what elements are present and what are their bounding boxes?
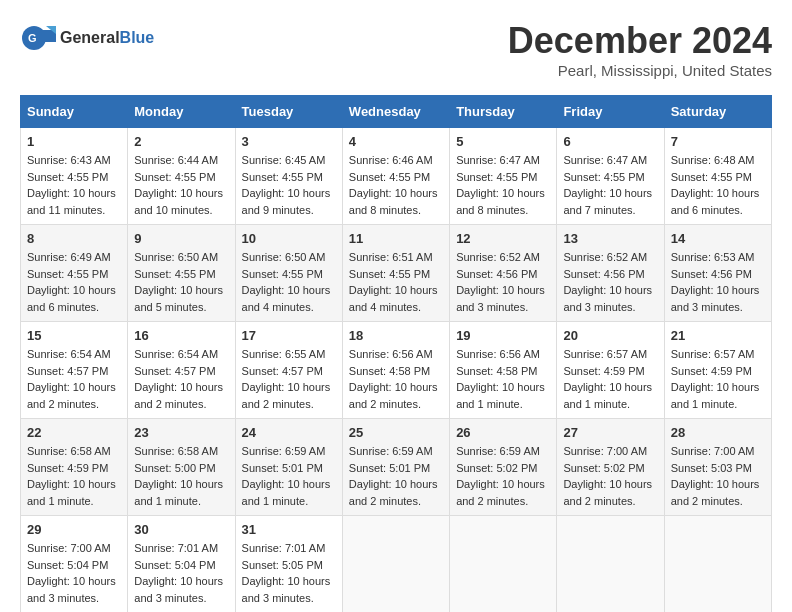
table-row: 29 Sunrise: 7:00 AM Sunset: 5:04 PM Dayl…	[21, 516, 128, 613]
day-number: 17	[242, 328, 336, 343]
day-number: 4	[349, 134, 443, 149]
day-number: 6	[563, 134, 657, 149]
table-row	[557, 516, 664, 613]
cell-content: Sunrise: 6:51 AM Sunset: 4:55 PM Dayligh…	[349, 249, 443, 315]
day-number: 21	[671, 328, 765, 343]
svg-text:G: G	[28, 32, 37, 44]
table-row: 12 Sunrise: 6:52 AM Sunset: 4:56 PM Dayl…	[450, 225, 557, 322]
day-number: 2	[134, 134, 228, 149]
cell-content: Sunrise: 6:45 AM Sunset: 4:55 PM Dayligh…	[242, 152, 336, 218]
month-title: December 2024	[508, 20, 772, 62]
cell-content: Sunrise: 6:50 AM Sunset: 4:55 PM Dayligh…	[242, 249, 336, 315]
cell-content: Sunrise: 6:54 AM Sunset: 4:57 PM Dayligh…	[27, 346, 121, 412]
cell-content: Sunrise: 6:47 AM Sunset: 4:55 PM Dayligh…	[563, 152, 657, 218]
logo-blue: Blue	[120, 29, 155, 46]
table-row: 27 Sunrise: 7:00 AM Sunset: 5:02 PM Dayl…	[557, 419, 664, 516]
day-number: 7	[671, 134, 765, 149]
cell-content: Sunrise: 6:46 AM Sunset: 4:55 PM Dayligh…	[349, 152, 443, 218]
cell-content: Sunrise: 6:55 AM Sunset: 4:57 PM Dayligh…	[242, 346, 336, 412]
day-number: 5	[456, 134, 550, 149]
table-row: 14 Sunrise: 6:53 AM Sunset: 4:56 PM Dayl…	[664, 225, 771, 322]
cell-content: Sunrise: 6:54 AM Sunset: 4:57 PM Dayligh…	[134, 346, 228, 412]
cell-content: Sunrise: 6:43 AM Sunset: 4:55 PM Dayligh…	[27, 152, 121, 218]
col-wednesday: Wednesday	[342, 96, 449, 128]
cell-content: Sunrise: 7:01 AM Sunset: 5:05 PM Dayligh…	[242, 540, 336, 606]
day-number: 25	[349, 425, 443, 440]
cell-content: Sunrise: 6:57 AM Sunset: 4:59 PM Dayligh…	[563, 346, 657, 412]
col-monday: Monday	[128, 96, 235, 128]
cell-content: Sunrise: 6:44 AM Sunset: 4:55 PM Dayligh…	[134, 152, 228, 218]
calendar-row: 1 Sunrise: 6:43 AM Sunset: 4:55 PM Dayli…	[21, 128, 772, 225]
day-number: 1	[27, 134, 121, 149]
table-row: 16 Sunrise: 6:54 AM Sunset: 4:57 PM Dayl…	[128, 322, 235, 419]
day-number: 13	[563, 231, 657, 246]
table-row: 15 Sunrise: 6:54 AM Sunset: 4:57 PM Dayl…	[21, 322, 128, 419]
col-tuesday: Tuesday	[235, 96, 342, 128]
day-number: 15	[27, 328, 121, 343]
col-sunday: Sunday	[21, 96, 128, 128]
table-row: 20 Sunrise: 6:57 AM Sunset: 4:59 PM Dayl…	[557, 322, 664, 419]
table-row: 22 Sunrise: 6:58 AM Sunset: 4:59 PM Dayl…	[21, 419, 128, 516]
cell-content: Sunrise: 6:59 AM Sunset: 5:02 PM Dayligh…	[456, 443, 550, 509]
day-number: 24	[242, 425, 336, 440]
calendar-row: 15 Sunrise: 6:54 AM Sunset: 4:57 PM Dayl…	[21, 322, 772, 419]
day-number: 20	[563, 328, 657, 343]
day-number: 30	[134, 522, 228, 537]
cell-content: Sunrise: 6:56 AM Sunset: 4:58 PM Dayligh…	[349, 346, 443, 412]
title-area: December 2024 Pearl, Mississippi, United…	[508, 20, 772, 79]
table-row: 4 Sunrise: 6:46 AM Sunset: 4:55 PM Dayli…	[342, 128, 449, 225]
col-saturday: Saturday	[664, 96, 771, 128]
table-row: 8 Sunrise: 6:49 AM Sunset: 4:55 PM Dayli…	[21, 225, 128, 322]
col-friday: Friday	[557, 96, 664, 128]
day-number: 3	[242, 134, 336, 149]
table-row: 10 Sunrise: 6:50 AM Sunset: 4:55 PM Dayl…	[235, 225, 342, 322]
table-row	[664, 516, 771, 613]
logo-general: General	[60, 29, 120, 46]
table-row: 11 Sunrise: 6:51 AM Sunset: 4:55 PM Dayl…	[342, 225, 449, 322]
table-row: 9 Sunrise: 6:50 AM Sunset: 4:55 PM Dayli…	[128, 225, 235, 322]
day-number: 14	[671, 231, 765, 246]
table-row	[342, 516, 449, 613]
day-number: 27	[563, 425, 657, 440]
day-number: 12	[456, 231, 550, 246]
table-row: 26 Sunrise: 6:59 AM Sunset: 5:02 PM Dayl…	[450, 419, 557, 516]
table-row: 7 Sunrise: 6:48 AM Sunset: 4:55 PM Dayli…	[664, 128, 771, 225]
table-row: 23 Sunrise: 6:58 AM Sunset: 5:00 PM Dayl…	[128, 419, 235, 516]
day-number: 22	[27, 425, 121, 440]
table-row: 19 Sunrise: 6:56 AM Sunset: 4:58 PM Dayl…	[450, 322, 557, 419]
cell-content: Sunrise: 6:53 AM Sunset: 4:56 PM Dayligh…	[671, 249, 765, 315]
day-number: 16	[134, 328, 228, 343]
cell-content: Sunrise: 6:47 AM Sunset: 4:55 PM Dayligh…	[456, 152, 550, 218]
day-number: 8	[27, 231, 121, 246]
cell-content: Sunrise: 6:50 AM Sunset: 4:55 PM Dayligh…	[134, 249, 228, 315]
cell-content: Sunrise: 6:59 AM Sunset: 5:01 PM Dayligh…	[349, 443, 443, 509]
day-number: 28	[671, 425, 765, 440]
table-row: 1 Sunrise: 6:43 AM Sunset: 4:55 PM Dayli…	[21, 128, 128, 225]
table-row: 28 Sunrise: 7:00 AM Sunset: 5:03 PM Dayl…	[664, 419, 771, 516]
cell-content: Sunrise: 6:48 AM Sunset: 4:55 PM Dayligh…	[671, 152, 765, 218]
table-row: 30 Sunrise: 7:01 AM Sunset: 5:04 PM Dayl…	[128, 516, 235, 613]
cell-content: Sunrise: 7:00 AM Sunset: 5:04 PM Dayligh…	[27, 540, 121, 606]
table-row: 18 Sunrise: 6:56 AM Sunset: 4:58 PM Dayl…	[342, 322, 449, 419]
table-row: 6 Sunrise: 6:47 AM Sunset: 4:55 PM Dayli…	[557, 128, 664, 225]
table-row: 5 Sunrise: 6:47 AM Sunset: 4:55 PM Dayli…	[450, 128, 557, 225]
table-row: 25 Sunrise: 6:59 AM Sunset: 5:01 PM Dayl…	[342, 419, 449, 516]
cell-content: Sunrise: 6:58 AM Sunset: 4:59 PM Dayligh…	[27, 443, 121, 509]
table-row: 17 Sunrise: 6:55 AM Sunset: 4:57 PM Dayl…	[235, 322, 342, 419]
cell-content: Sunrise: 6:57 AM Sunset: 4:59 PM Dayligh…	[671, 346, 765, 412]
table-row: 13 Sunrise: 6:52 AM Sunset: 4:56 PM Dayl…	[557, 225, 664, 322]
day-number: 9	[134, 231, 228, 246]
day-number: 10	[242, 231, 336, 246]
day-number: 23	[134, 425, 228, 440]
cell-content: Sunrise: 7:00 AM Sunset: 5:03 PM Dayligh…	[671, 443, 765, 509]
day-number: 19	[456, 328, 550, 343]
table-row	[450, 516, 557, 613]
table-row: 31 Sunrise: 7:01 AM Sunset: 5:05 PM Dayl…	[235, 516, 342, 613]
calendar-row: 22 Sunrise: 6:58 AM Sunset: 4:59 PM Dayl…	[21, 419, 772, 516]
cell-content: Sunrise: 6:59 AM Sunset: 5:01 PM Dayligh…	[242, 443, 336, 509]
table-row: 2 Sunrise: 6:44 AM Sunset: 4:55 PM Dayli…	[128, 128, 235, 225]
day-number: 18	[349, 328, 443, 343]
calendar-row: 29 Sunrise: 7:00 AM Sunset: 5:04 PM Dayl…	[21, 516, 772, 613]
table-row: 24 Sunrise: 6:59 AM Sunset: 5:01 PM Dayl…	[235, 419, 342, 516]
cell-content: Sunrise: 6:52 AM Sunset: 4:56 PM Dayligh…	[456, 249, 550, 315]
